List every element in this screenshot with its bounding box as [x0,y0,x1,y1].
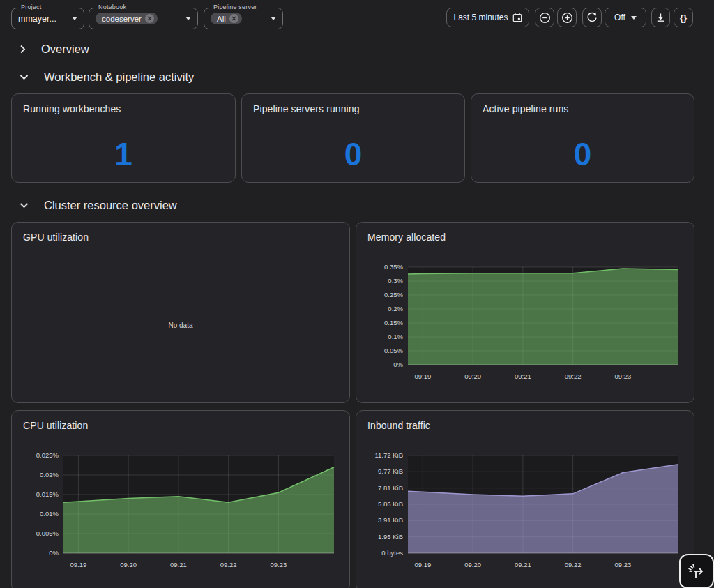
svg-text:0.025%: 0.025% [36,451,59,459]
svg-text:09:23: 09:23 [615,372,632,380]
json-braces-button[interactable]: {} [674,8,693,27]
caret-down-icon [271,17,276,20]
cpu-utilization-chart[interactable]: 0%0.005%0.01%0.015%0.02%0.025%09:1909:20… [22,448,340,582]
svg-text:09:21: 09:21 [515,561,531,568]
notebook-select[interactable]: Notebook codeserver [89,8,198,29]
download-icon [655,13,666,23]
stat-card-running-workbenches: Running workbenches 1 [11,93,236,183]
auto-refresh-value: Off [614,13,625,22]
svg-text:09:22: 09:22 [565,372,582,380]
panel-memory-allocated: Memory allocated 0%0.05%0.1%0.15%0.2%0.2… [356,222,694,403]
chevron-down-icon [20,202,29,209]
chevron-down-icon [20,74,29,80]
section-cluster[interactable]: Cluster resource overview [20,197,177,213]
svg-text:09:23: 09:23 [615,561,632,568]
caret-down-icon [72,17,77,20]
notebook-select-label: Notebook [96,3,129,10]
svg-text:0.25%: 0.25% [384,291,403,299]
caret-down-icon [631,16,637,20]
calendar-icon [512,13,522,22]
svg-text:0 bytes: 0 bytes [381,549,403,557]
project-select-value: mmayer... [18,14,56,24]
svg-text:09:20: 09:20 [464,561,481,568]
inbound-traffic-chart[interactable]: 0 bytes1.95 KiB3.91 KiB5.86 KiB7.81 KiB9… [366,448,684,582]
stat-title: Active pipeline runs [483,103,568,114]
svg-text:9.77 KiB: 9.77 KiB [378,467,403,475]
svg-text:0.15%: 0.15% [384,319,403,326]
svg-text:5.86 KiB: 5.86 KiB [378,500,403,508]
stat-card-active-pipeline-runs: Active pipeline runs 0 [471,93,694,183]
svg-text:0%: 0% [393,361,403,368]
panel-title[interactable]: GPU utilization [23,232,89,243]
svg-text:0.2%: 0.2% [388,305,403,312]
pipeline-server-select-label: Pipeline server [211,3,260,10]
section-overview[interactable]: Overview [20,40,89,57]
zoom-out-icon [539,12,551,24]
project-select-label: Project [18,3,44,10]
svg-text:09:19: 09:19 [414,561,431,568]
svg-text:09:20: 09:20 [464,372,481,380]
zoom-out-button[interactable] [535,8,554,27]
section-overview-title: Overview [41,43,89,56]
notebook-chip-value: codeserver [102,15,142,23]
time-range-label: Last 5 minutes [453,13,508,22]
panel-title[interactable]: Memory allocated [367,232,446,243]
time-range-button[interactable]: Last 5 minutes [446,8,529,27]
section-workbench-title: Workbench & pipeline activity [44,70,194,84]
refresh-icon [586,12,598,23]
svg-text:11.72 KiB: 11.72 KiB [375,451,404,459]
panel-title[interactable]: Inbound traffic [367,420,430,431]
svg-text:09:21: 09:21 [170,561,187,568]
section-workbench[interactable]: Workbench & pipeline activity [20,68,194,85]
click-burst-icon [687,561,706,581]
panel-gpu-utilization: GPU utilization No data [11,222,350,403]
pipeline-server-chip-value: All [217,15,226,23]
svg-text:0%: 0% [49,549,59,557]
panel-title[interactable]: CPU utilization [23,420,88,431]
stat-card-pipeline-servers: Pipeline servers running 0 [241,93,465,183]
svg-text:09:19: 09:19 [70,561,86,568]
stat-value: 0 [471,126,694,182]
chevron-right-icon [20,45,26,54]
stat-title: Running workbenches [23,103,121,114]
section-cluster-title: Cluster resource overview [44,199,177,212]
svg-text:7.81 KiB: 7.81 KiB [378,484,403,492]
svg-text:3.91 KiB: 3.91 KiB [378,516,403,524]
remove-chip-icon[interactable] [145,14,154,23]
svg-text:1.95 KiB: 1.95 KiB [378,533,403,541]
svg-text:09:19: 09:19 [414,372,431,380]
svg-text:0.35%: 0.35% [384,263,403,271]
caret-down-icon [185,17,191,20]
svg-text:0.015%: 0.015% [36,490,59,498]
stat-title: Pipeline servers running [253,103,360,114]
auto-refresh-select[interactable]: Off [605,8,646,27]
pipeline-server-select[interactable]: Pipeline server All [204,8,283,29]
refresh-button[interactable] [582,8,602,27]
svg-text:09:22: 09:22 [565,561,582,568]
svg-text:09:20: 09:20 [120,561,137,568]
download-button[interactable] [651,8,670,27]
svg-text:09:22: 09:22 [220,561,237,568]
stat-value: 0 [242,126,464,182]
svg-text:09:23: 09:23 [271,561,287,568]
remove-chip-icon[interactable] [229,14,238,23]
svg-text:09:21: 09:21 [515,372,531,380]
panel-cpu-utilization: CPU utilization 0%0.005%0.01%0.015%0.02%… [11,410,350,588]
project-select[interactable]: Project mmayer... [11,8,84,29]
notebook-chip[interactable]: codeserver [96,13,158,24]
svg-text:0.05%: 0.05% [384,347,403,354]
stat-value: 1 [12,126,235,182]
svg-text:0.1%: 0.1% [388,333,403,340]
pipeline-server-chip[interactable]: All [211,13,242,24]
zoom-in-button[interactable] [557,8,577,27]
braces-icon: {} [680,13,687,23]
memory-allocated-chart[interactable]: 0%0.05%0.1%0.15%0.2%0.25%0.3%0.35%09:190… [366,260,684,394]
click-indicator-badge[interactable] [679,554,714,588]
svg-text:0.01%: 0.01% [40,510,59,518]
svg-text:0.3%: 0.3% [388,277,403,285]
svg-text:0.02%: 0.02% [40,471,59,478]
no-data-label: No data [12,322,349,329]
panel-inbound-traffic: Inbound traffic 0 bytes1.95 KiB3.91 KiB5… [356,410,694,588]
zoom-in-icon [561,12,573,24]
svg-text:0.005%: 0.005% [36,529,59,537]
